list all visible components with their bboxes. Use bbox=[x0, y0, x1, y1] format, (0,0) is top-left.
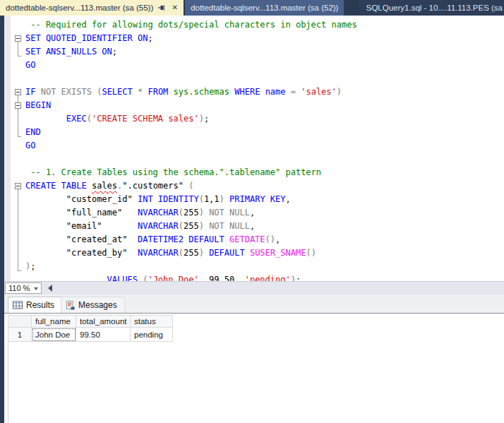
indicator-margin bbox=[4, 16, 11, 281]
close-icon[interactable]: ✕ bbox=[169, 3, 180, 13]
sql-editor[interactable]: -- Required for allowing dots/special ch… bbox=[4, 16, 504, 281]
tab-messages-label: Messages bbox=[78, 300, 117, 310]
grid-cell-total-amount[interactable]: 99.50 bbox=[76, 328, 131, 342]
results-tab-strip: Results Messages bbox=[4, 294, 504, 314]
column-header-full-name[interactable]: full_name bbox=[32, 316, 76, 328]
grid-cell-status[interactable]: pending bbox=[131, 328, 173, 342]
code-line: -- 1. Create Tables using the schema.".t… bbox=[25, 166, 357, 179]
document-tab-label: dottedtable-sqlserv...113.master (sa (52… bbox=[191, 4, 338, 12]
document-tab-label: SQLQuery1.sql - 10....11.113.PES (sa bbox=[366, 4, 503, 12]
code-line: GO bbox=[25, 59, 357, 72]
collapse-box-icon[interactable] bbox=[15, 89, 21, 95]
grid-data-row: 1 John Doe 99.50 pending bbox=[8, 328, 173, 342]
document-tab-label: dottedtable-sqlserv...113.master (sa (55… bbox=[6, 4, 153, 12]
document-tab-inactive[interactable]: dottedtable-sqlserv...113.master (sa (52… bbox=[185, 0, 344, 16]
zoom-select[interactable]: 110 % bbox=[5, 282, 42, 294]
code-line: "full_name" NVARCHAR(255) NOT NULL, bbox=[25, 206, 357, 220]
document-tab-bar: dottedtable-sqlserv...113.master (sa (55… bbox=[0, 0, 504, 16]
outline-line bbox=[18, 189, 18, 270]
document-tab-background[interactable]: SQLQuery1.sql - 10....11.113.PES (sa bbox=[359, 0, 504, 16]
outline-line bbox=[18, 109, 18, 136]
tab-results-label: Results bbox=[26, 300, 54, 310]
code-line: "created_at" DATETIME2 DEFAULT GETDATE()… bbox=[25, 233, 357, 246]
code-line bbox=[25, 72, 357, 85]
code-line: VALUES ('John Doe', 99.50, 'pending'); bbox=[25, 273, 357, 281]
outline-line bbox=[18, 42, 18, 56]
code-line: "email" NVARCHAR(255) NOT NULL, bbox=[25, 220, 357, 233]
code-area: -- Required for allowing dots/special ch… bbox=[25, 18, 357, 281]
grid-header-row: full_name total_amount status bbox=[8, 316, 173, 328]
code-line: EXEC('CREATE SCHEMA sales'); bbox=[25, 112, 357, 126]
chevron-down-icon bbox=[34, 287, 38, 290]
editor-bottom-bar: 110 % bbox=[4, 281, 504, 294]
code-line: GO bbox=[25, 139, 357, 153]
grid-cell-full-name[interactable]: John Doe bbox=[32, 328, 76, 342]
collapse-box-icon[interactable] bbox=[15, 183, 21, 189]
outline-foot bbox=[18, 136, 21, 137]
collapse-box-icon[interactable] bbox=[15, 102, 21, 109]
code-line: IF NOT EXISTS (SELECT * FROM sys.schemas… bbox=[25, 85, 357, 99]
outline-foot bbox=[18, 56, 21, 56]
messages-icon bbox=[66, 301, 75, 310]
row-header[interactable]: 1 bbox=[8, 328, 32, 342]
ssms-window: { "colors": { "tab_well": "#2b3a53", "ac… bbox=[0, 0, 504, 423]
tab-results[interactable]: Results bbox=[8, 297, 62, 313]
code-line: "created_by" NVARCHAR(255) DEFAULT SUSER… bbox=[25, 246, 357, 260]
results-grid-icon bbox=[13, 301, 23, 309]
pin-icon-svg bbox=[157, 4, 166, 12]
column-header-total-amount[interactable]: total_amount bbox=[76, 316, 131, 328]
code-line: ); bbox=[25, 260, 357, 273]
outline-foot bbox=[18, 270, 21, 271]
grid-corner-cell[interactable] bbox=[8, 316, 32, 328]
tab-messages[interactable]: Messages bbox=[61, 297, 125, 313]
column-header-status[interactable]: status bbox=[131, 316, 173, 328]
code-line: CREATE TABLE sales.".customers" ( bbox=[25, 179, 357, 193]
code-line: END bbox=[25, 126, 357, 139]
document-tab-active[interactable]: dottedtable-sqlserv...113.master (sa (55… bbox=[0, 0, 184, 16]
code-line: BEGIN bbox=[25, 99, 357, 112]
collapse-box-icon[interactable] bbox=[15, 35, 21, 42]
zoom-value: 110 % bbox=[8, 284, 30, 292]
code-line: -- Required for allowing dots/special ch… bbox=[25, 18, 357, 32]
code-line: "customer_id" INT IDENTITY(1,1) PRIMARY … bbox=[25, 193, 357, 206]
code-line: SET QUOTED_IDENTIFIER ON; bbox=[25, 32, 357, 45]
pin-icon[interactable] bbox=[156, 3, 167, 13]
code-line bbox=[25, 153, 357, 166]
outline-line bbox=[18, 95, 18, 102]
scroll-left-icon[interactable] bbox=[48, 285, 52, 292]
results-grid: full_name total_amount status 1 John Doe… bbox=[8, 315, 173, 342]
code-line: SET ANSI_NULLS ON; bbox=[25, 45, 357, 59]
